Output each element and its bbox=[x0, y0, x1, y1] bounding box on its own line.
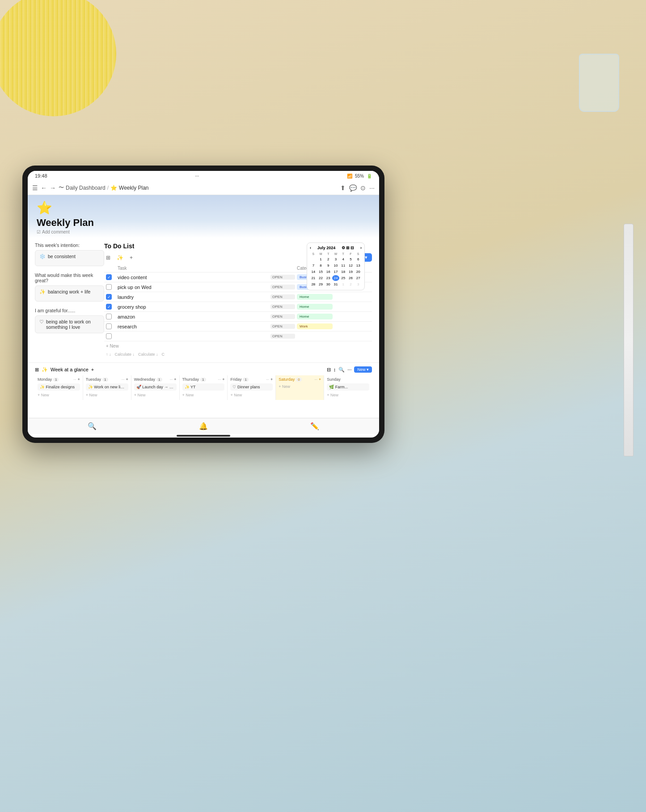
wednesday-add-btn[interactable]: + New bbox=[134, 392, 177, 398]
task-name-5[interactable]: amazon bbox=[118, 314, 269, 319]
week-header: ⊞ ✨ Week at a glance + ⊟ ↕ 🔍 ··· New ▾ bbox=[35, 366, 372, 373]
checkbox-4[interactable] bbox=[106, 304, 112, 310]
friday-more[interactable]: ··· bbox=[266, 378, 269, 382]
add-property-icon[interactable]: + bbox=[128, 254, 135, 262]
checkbox-2[interactable] bbox=[106, 284, 112, 290]
checkbox-3[interactable] bbox=[106, 294, 112, 300]
status-badge-2: OPEN bbox=[270, 285, 295, 289]
checkbox-1[interactable] bbox=[106, 274, 112, 280]
week-section: ⊞ ✨ Week at a glance + ⊟ ↕ 🔍 ··· New ▾ bbox=[28, 362, 379, 404]
more-icon[interactable]: ··· bbox=[369, 184, 375, 191]
intention-box-3: ♡ being able to work on something I love bbox=[35, 315, 104, 333]
week-filter-icon[interactable]: ⊟ bbox=[327, 367, 331, 373]
task-name-6[interactable]: research bbox=[118, 324, 269, 329]
intention-section-1: This week's intention: ❄️ be consistent bbox=[35, 242, 104, 266]
checkbox-5[interactable] bbox=[106, 314, 112, 319]
monday-add[interactable]: + bbox=[78, 377, 80, 382]
category-badge-6[interactable]: Work bbox=[297, 323, 333, 329]
week-grid-icon: ⊞ bbox=[35, 367, 39, 373]
friday-task-1[interactable]: ♡ Dinner plans bbox=[230, 383, 273, 391]
monday-add-btn[interactable]: + New bbox=[38, 392, 80, 398]
tuesday-more[interactable]: ··· bbox=[122, 378, 125, 382]
week-more-icon[interactable]: ··· bbox=[347, 367, 351, 372]
intention-label-3: I am grateful for...... bbox=[35, 308, 104, 313]
saturday-more[interactable]: ··· bbox=[314, 378, 317, 382]
tuesday-add[interactable]: + bbox=[126, 377, 128, 382]
status-badge-6: OPEN bbox=[270, 324, 295, 329]
status-badge-7: OPEN bbox=[270, 334, 295, 339]
settings-icon[interactable]: ✨ bbox=[115, 254, 125, 262]
status-badge-5: OPEN bbox=[270, 314, 295, 319]
forward-button[interactable]: → bbox=[50, 184, 56, 191]
week-sort-icon[interactable]: ↕ bbox=[334, 367, 336, 372]
task-name-1[interactable]: video content bbox=[118, 275, 269, 280]
calc-bar: ↑ ↓ Calculate ↓ Calculate ↓ C bbox=[104, 351, 372, 358]
intention-box-2: ✨ balancing work + life bbox=[35, 285, 104, 302]
home-indicator bbox=[177, 435, 230, 437]
category-badge-3[interactable]: Home bbox=[297, 294, 333, 300]
task-name-2[interactable]: pick up on Wed bbox=[118, 285, 269, 290]
thursday-task-1[interactable]: ✨ YT bbox=[182, 383, 225, 391]
cal-next[interactable]: › bbox=[360, 246, 362, 250]
day-col-monday: Monday 1 ··· + ✨ Finalize designs + New bbox=[35, 375, 83, 400]
week-add-icon[interactable]: + bbox=[91, 367, 94, 372]
nav-bar: ☰ ← → 〜 Daily Dashboard / ⭐ Weekly Plan … bbox=[28, 181, 379, 195]
friday-add[interactable]: + bbox=[270, 377, 273, 382]
category-badge-5[interactable]: Home bbox=[297, 314, 333, 319]
info-icon[interactable]: ⊙ bbox=[360, 184, 366, 191]
sunday-add-btn[interactable]: + New bbox=[327, 392, 369, 398]
cal-prev[interactable]: ‹ bbox=[310, 246, 311, 250]
wednesday-more[interactable]: ··· bbox=[170, 378, 173, 382]
back-button[interactable]: ← bbox=[41, 184, 47, 191]
cal-today[interactable]: 24 bbox=[332, 275, 339, 281]
grid-view-icon[interactable]: ⊞ bbox=[104, 254, 112, 262]
thursday-add[interactable]: + bbox=[222, 377, 224, 382]
add-comment[interactable]: ☑ Add comment bbox=[37, 230, 370, 234]
search-bottom-icon[interactable]: 🔍 bbox=[88, 422, 97, 430]
thursday-more[interactable]: ··· bbox=[218, 378, 221, 382]
saturday-add[interactable]: + bbox=[319, 377, 321, 382]
task-name-4[interactable]: grocery shop bbox=[118, 304, 269, 310]
monday-task-1[interactable]: ✨ Finalize designs bbox=[38, 383, 80, 391]
compose-bottom-icon[interactable]: ✏️ bbox=[310, 422, 319, 430]
saturday-add-btn[interactable]: + New bbox=[279, 383, 321, 390]
table-row: grocery shop OPEN Home bbox=[104, 302, 372, 312]
checkbox-6[interactable] bbox=[106, 323, 112, 329]
glass bbox=[579, 54, 619, 112]
comment-icon[interactable]: 💬 bbox=[349, 184, 357, 191]
add-new-row[interactable]: + New bbox=[104, 341, 372, 351]
breadcrumb-dashboard[interactable]: Daily Dashboard bbox=[66, 185, 106, 191]
week-new-button[interactable]: New ▾ bbox=[354, 366, 372, 373]
status-badge-4: OPEN bbox=[270, 304, 295, 309]
cal-icons: ⚙ ⊞ ⊟ bbox=[342, 246, 354, 250]
wednesday-add[interactable]: + bbox=[174, 377, 176, 382]
week-search-icon[interactable]: 🔍 bbox=[338, 367, 345, 373]
bell-bottom-icon[interactable]: 🔔 bbox=[199, 422, 208, 430]
checkbox-7[interactable] bbox=[106, 333, 112, 339]
category-badge-4[interactable]: Home bbox=[297, 304, 333, 310]
apple-pencil bbox=[624, 224, 633, 456]
intention-text-1: be consistent bbox=[48, 254, 76, 259]
week-title: Week at a glance bbox=[51, 367, 89, 372]
cal-month: July 2024 bbox=[317, 246, 336, 250]
intention-text-3: being able to work on something I love bbox=[46, 319, 100, 330]
intention-icon-3: ♡ bbox=[39, 319, 44, 325]
sunday-task-1[interactable]: 🌿 Farm... bbox=[327, 383, 369, 391]
status-dots: ··· bbox=[195, 173, 199, 179]
main-layout: This week's intention: ❄️ be consistent … bbox=[28, 238, 379, 362]
table-row: OPEN bbox=[104, 332, 372, 341]
tuesday-task-1[interactable]: ✨ Work on new listing bbox=[86, 383, 128, 391]
share-icon[interactable]: ⬆ bbox=[340, 184, 346, 191]
menu-icon[interactable]: ☰ bbox=[32, 184, 38, 191]
task-name-3[interactable]: laundry bbox=[118, 294, 269, 300]
tuesday-add-btn[interactable]: + New bbox=[86, 392, 128, 398]
thursday-add-btn[interactable]: + New bbox=[182, 392, 225, 398]
monday-more[interactable]: ··· bbox=[73, 378, 76, 382]
wednesday-task-1[interactable]: 🚀 Launch day → film + edit bbox=[134, 383, 177, 391]
page-emoji: ⭐ bbox=[37, 200, 370, 215]
friday-add-btn[interactable]: + New bbox=[230, 392, 273, 398]
status-bar: 19:48 ··· 📶 55% 🔋 bbox=[28, 171, 379, 181]
comment-small-icon: ☑ bbox=[37, 230, 41, 234]
table-row: research OPEN Work bbox=[104, 322, 372, 332]
thursday-label: Thursday bbox=[182, 377, 199, 382]
